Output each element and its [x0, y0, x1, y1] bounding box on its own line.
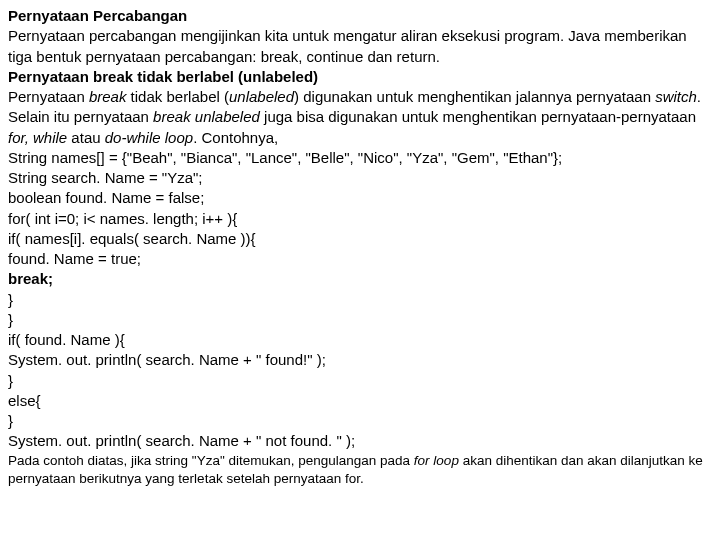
- code-line: boolean found. Name = false;: [8, 188, 712, 208]
- code-line: String names[] = {"Beah", "Bianca", "Lan…: [8, 148, 712, 168]
- paragraph-footnote: Pada contoh diatas, jika string "Yza" di…: [8, 452, 712, 488]
- heading-title: Pernyataan Percabangan: [8, 6, 712, 26]
- code-line: }: [8, 411, 712, 431]
- code-line: }: [8, 371, 712, 391]
- code-line: String search. Name = "Yza";: [8, 168, 712, 188]
- code-line: System. out. println( search. Name + " f…: [8, 350, 712, 370]
- code-line: else{: [8, 391, 712, 411]
- code-line: }: [8, 310, 712, 330]
- code-line: if( found. Name ){: [8, 330, 712, 350]
- code-line: for( int i=0; i< names. length; i++ ){: [8, 209, 712, 229]
- paragraph-intro: Pernyataan percabangan mengijinkan kita …: [8, 26, 712, 67]
- paragraph-break-desc: Pernyataan break tidak berlabel (unlabel…: [8, 87, 712, 148]
- heading-unlabeled: Pernyataan break tidak berlabel (unlabel…: [8, 67, 712, 87]
- code-line: if( names[i]. equals( search. Name )){: [8, 229, 712, 249]
- code-line-break: break;: [8, 269, 712, 289]
- code-line: found. Name = true;: [8, 249, 712, 269]
- code-line: System. out. println( search. Name + " n…: [8, 431, 712, 451]
- code-line: }: [8, 290, 712, 310]
